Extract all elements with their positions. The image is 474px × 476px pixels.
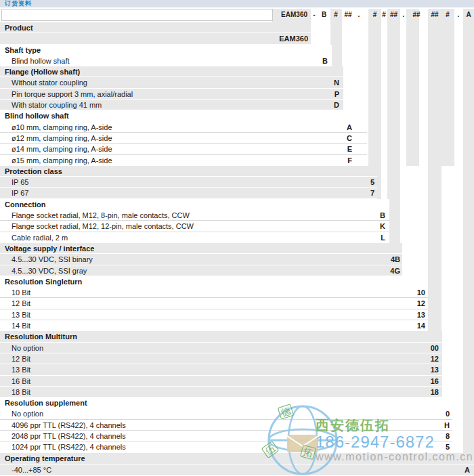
section-header-row: Voltage supply / interface	[0, 243, 402, 254]
option-code: 12	[431, 353, 439, 364]
option-row: 12 Bit12	[0, 298, 428, 309]
section-header-label: Blind hollow shaft	[0, 110, 69, 121]
option-label: Pin torque support 3 mm, axial/radial	[0, 89, 133, 100]
option-code: B	[322, 56, 328, 66]
option-row: 16 Bit16	[0, 376, 442, 387]
page-title: 订货资料	[5, 0, 32, 7]
option-row: 4.5...30 VDC, SSI binary4B	[0, 254, 402, 265]
section-header-label: Flange (Hollow shaft)	[0, 66, 80, 77]
column-stripe	[406, 9, 419, 166]
option-label: 4096 ppr TTL (RS422), 4 channels	[0, 420, 126, 431]
option-code: 14	[417, 320, 425, 331]
option-row: ø12 mm, clamping ring, A-sideC	[0, 133, 367, 144]
section-title-bar: 订货资料	[0, 0, 474, 7]
option-label: 13 Bit	[0, 364, 30, 375]
option-label: ø14 mm, clamping ring, A-side	[0, 144, 112, 154]
option-code: F	[347, 155, 352, 166]
option-label: IP 67	[0, 188, 29, 198]
order-code-part: .	[454, 9, 463, 21]
option-code: 8	[446, 431, 450, 441]
section-voltage: Voltage supply / interface4.5...30 VDC, …	[0, 243, 402, 276]
option-row: 1024 ppr TTL (RS422), 4 channels5	[0, 441, 452, 452]
option-label: 10 Bit	[0, 287, 30, 298]
option-row: ø14 mm, clamping ring, A-sideE	[0, 144, 367, 154]
option-code: 5	[446, 441, 450, 452]
option-row: 14 Bit14	[0, 320, 428, 331]
option-row: 13 Bit13	[0, 364, 442, 375]
option-row: 2048 ppr TTL (RS422), 4 channels8	[0, 431, 452, 441]
section-flange: Flange (Hollow shaft)Without stator coup…	[0, 66, 343, 110]
option-label: 1024 ppr TTL (RS422), 4 channels	[0, 441, 126, 452]
option-code: B	[380, 210, 385, 221]
option-row: IP 677	[0, 188, 377, 198]
option-row: 4096 ppr TTL (RS422), 4 channelsH	[0, 420, 452, 431]
order-code-part: ##	[428, 9, 441, 21]
option-label: IP 65	[0, 177, 29, 188]
option-label: 4.5...30 VDC, SSI binary	[0, 254, 93, 265]
option-row: Blind hollow shaftB	[0, 56, 332, 66]
section-header-row: Resolution Singleturn	[0, 276, 428, 287]
option-code: L	[381, 232, 385, 243]
option-code: 00	[431, 343, 439, 353]
order-code-part: ##	[387, 9, 400, 21]
option-code: D	[334, 100, 339, 110]
option-row: With stator coupling 41 mmD	[0, 100, 343, 110]
option-code: A	[465, 464, 470, 476]
section-multiturn: Resolution MultiturnNo option0012 Bit121…	[0, 331, 442, 397]
option-label: Flange socket radial, M12, 12-pin, male …	[0, 221, 194, 232]
option-label: 13 Bit	[0, 309, 30, 320]
option-code: K	[380, 221, 385, 232]
option-label: 2048 ppr TTL (RS422), 4 channels	[0, 431, 126, 441]
option-label: ø15 mm, clamping ring, A-side	[0, 155, 112, 166]
option-row: IP 655	[0, 177, 377, 188]
section-header-label: Product	[0, 22, 33, 33]
section-header-label: Resolution Multiturn	[0, 331, 77, 342]
option-row: Cable radial, 2 mL	[0, 232, 389, 243]
option-code: 4G	[390, 265, 400, 276]
option-row: Flange socket radial, M12, 8-pin, male c…	[0, 210, 389, 221]
option-label: 4.5...30 VDC, SSI gray	[0, 265, 87, 276]
order-code-part: -	[310, 9, 318, 21]
order-code-part: EAM360	[272, 9, 310, 21]
option-row: No option00	[0, 343, 442, 353]
option-row: 13 Bit13	[0, 309, 428, 320]
option-code: 4B	[391, 254, 400, 265]
section-header-label: Resolution Singleturn	[0, 276, 82, 287]
option-label: Cable radial, 2 m	[0, 232, 68, 243]
option-label: 12 Bit	[0, 353, 30, 364]
section-header-row: Resolution Multiturn	[0, 331, 442, 342]
option-row: EAM360	[0, 33, 311, 44]
option-code: 12	[417, 298, 425, 309]
order-code-part: B	[318, 9, 330, 21]
option-label: ø12 mm, clamping ring, A-side	[0, 133, 112, 144]
order-code-part: A	[463, 9, 474, 21]
section-header-label: Voltage supply / interface	[0, 243, 94, 254]
option-label: 18 Bit	[0, 387, 30, 397]
option-code: 13	[431, 364, 439, 375]
option-code: EAM360	[279, 33, 308, 44]
option-code: 7	[370, 188, 374, 198]
order-code-part: #	[330, 9, 342, 21]
option-row: No option0	[0, 408, 452, 419]
section-header-row: Protection class	[0, 166, 377, 177]
option-label: With stator coupling 41 mm	[0, 100, 102, 110]
section-singleturn: Resolution Singleturn10 Bit1012 Bit1213 …	[0, 276, 428, 331]
option-label: Flange socket radial, M12, 8-pin, male c…	[0, 210, 190, 221]
section-header-row: Product	[0, 22, 311, 33]
option-label: ø10 mm, clamping ring, A-side	[0, 122, 112, 133]
option-row: Flange socket radial, M12, 12-pin, male …	[0, 221, 389, 232]
option-code: E	[347, 144, 352, 154]
section-header-row: Flange (Hollow shaft)	[0, 66, 343, 77]
option-row: Without stator couplingN	[0, 77, 343, 88]
section-header-label: Protection class	[0, 166, 62, 177]
option-label: No option	[0, 408, 43, 419]
section-header-row: Blind hollow shaft	[0, 110, 367, 121]
option-label: 14 Bit	[0, 320, 30, 331]
option-code: 16	[431, 376, 439, 387]
option-row: 10 Bit10	[0, 287, 428, 298]
option-row: 4.5...30 VDC, SSI gray4G	[0, 265, 402, 276]
section-header-row: Operating temperature	[0, 453, 474, 464]
option-row: 12 Bit12	[0, 353, 442, 364]
section-header-row: Connection	[0, 199, 389, 210]
option-code: 18	[431, 387, 439, 397]
